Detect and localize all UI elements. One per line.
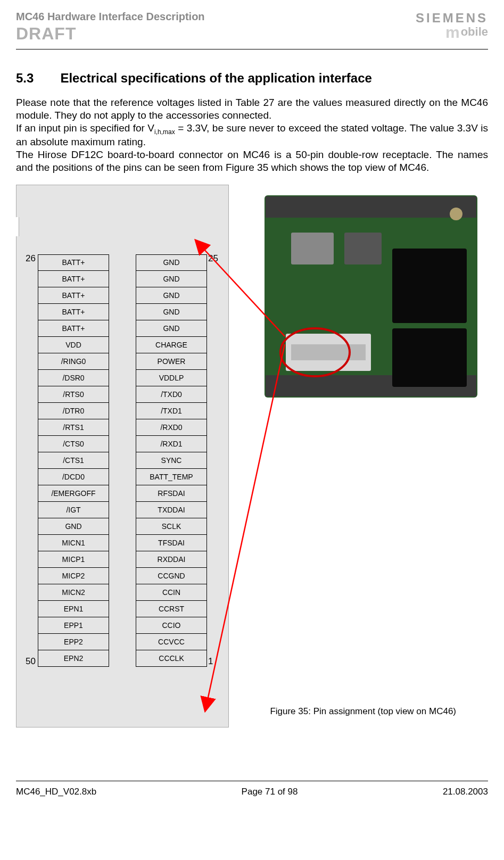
pin-left-7: /DSR0	[38, 370, 109, 386]
pin-right-18: RXDDAI	[136, 551, 207, 568]
pin-diagram: 26 25 50 1 BATT+BATT+BATT+BATT+BATT+VDD/…	[16, 185, 229, 727]
pin-left-0: BATT+	[38, 254, 109, 271]
svg-point-9	[450, 208, 462, 220]
pin-left-4: BATT+	[38, 320, 109, 337]
footer-left: MC46_HD_V02.8xb	[16, 787, 96, 797]
svg-rect-6	[291, 344, 366, 360]
pin-right-14: RFSDAI	[136, 485, 207, 502]
body-paragraph: Please note that the reference voltages …	[16, 96, 488, 174]
pin-right-4: GND	[136, 320, 207, 337]
pin-left-18: MICP1	[38, 551, 109, 568]
pin-left-12: /CTS1	[38, 452, 109, 469]
pin-right-23: CCVCC	[136, 634, 207, 650]
pin-column-left: BATT+BATT+BATT+BATT+BATT+VDD/RING0/DSR0/…	[38, 254, 109, 667]
page-header: MC46 Hardware Interface Description DRAF…	[16, 0, 488, 49]
pin-right-2: GND	[136, 287, 207, 304]
pin-right-9: /TXD1	[136, 403, 207, 419]
pin-right-11: /RXD1	[136, 436, 207, 452]
pin-right-17: TFSDAI	[136, 535, 207, 551]
footer-center: Page 71 of 98	[242, 787, 298, 797]
pin-left-14: /EMERGOFF	[38, 485, 109, 502]
pin-left-17: MICN1	[38, 535, 109, 551]
svg-rect-4	[392, 328, 467, 387]
draft-label: DRAFT	[16, 24, 205, 44]
pin-left-20: MICN2	[38, 584, 109, 601]
pin-left-16: GND	[38, 518, 109, 535]
pin-right-15: TXDDAI	[136, 502, 207, 518]
pcb-photo	[254, 185, 488, 408]
pin-right-10: /RXD0	[136, 419, 207, 436]
pin-right-20: CCIN	[136, 584, 207, 601]
pin-columns: BATT+BATT+BATT+BATT+BATT+VDD/RING0/DSR0/…	[38, 254, 207, 667]
pin-right-3: GND	[136, 304, 207, 320]
mobile-suffix: obile	[461, 25, 488, 38]
pin-right-22: CCIO	[136, 617, 207, 634]
svg-rect-8	[344, 233, 382, 264]
pin-right-5: CHARGE	[136, 337, 207, 353]
pin-right-24: CCCLK	[136, 650, 207, 667]
content-area: 26 25 50 1 BATT+BATT+BATT+BATT+BATT+VDD/…	[16, 185, 488, 759]
brand-logo: SIEMENS mobile	[416, 11, 488, 42]
pin-right-13: BATT_TEMP	[136, 469, 207, 485]
pin-right-1: GND	[136, 271, 207, 287]
pin-left-11: /CTS0	[38, 436, 109, 452]
section-heading: 5.3 Electrical specifications of the app…	[16, 71, 488, 86]
pin-left-8: /RTS0	[38, 386, 109, 403]
pin-left-10: /RTS1	[38, 419, 109, 436]
figure-caption: Figure 35: Pin assignment (top view on M…	[270, 706, 456, 717]
pcb-notch	[15, 217, 19, 236]
pin-left-2: BATT+	[38, 287, 109, 304]
footer-right: 21.08.2003	[443, 787, 488, 797]
pin-left-19: MICP2	[38, 568, 109, 584]
pin-num-26: 26	[26, 253, 36, 264]
mobile-m-icon: m	[445, 23, 460, 41]
section-number: 5.3	[16, 71, 34, 86]
para-1b-sub: i,h,max	[154, 128, 175, 135]
pin-right-19: CCGND	[136, 568, 207, 584]
pin-right-16: SCLK	[136, 518, 207, 535]
header-divider	[16, 49, 488, 49]
pin-left-1: BATT+	[38, 271, 109, 287]
pin-right-12: SYNC	[136, 452, 207, 469]
pin-num-50: 50	[26, 656, 36, 667]
svg-rect-3	[392, 249, 467, 323]
doc-title: MC46 Hardware Interface Description	[16, 11, 205, 23]
para-1a: Please note that the reference voltages …	[16, 97, 488, 121]
para-1c: The Hirose DF12C board-to-board connecto…	[16, 149, 488, 173]
mobile-text: mobile	[416, 23, 488, 42]
pin-num-1: 1	[208, 656, 213, 667]
pin-left-24: EPN2	[38, 650, 109, 667]
header-left: MC46 Hardware Interface Description DRAF…	[16, 11, 205, 44]
pin-left-15: /IGT	[38, 502, 109, 518]
pin-right-7: VDDLP	[136, 370, 207, 386]
pin-right-6: POWER	[136, 353, 207, 370]
pin-left-5: VDD	[38, 337, 109, 353]
para-1b-pre: If an input pin is specified for V	[16, 122, 154, 134]
pin-right-0: GND	[136, 254, 207, 271]
pin-right-8: /TXD0	[136, 386, 207, 403]
pin-column-right: GNDGNDGNDGNDGNDCHARGEPOWERVDDLP/TXD0/TXD…	[136, 254, 207, 667]
pin-left-9: /DTR0	[38, 403, 109, 419]
svg-rect-7	[291, 233, 334, 264]
section-title: Electrical specifications of the applica…	[60, 71, 372, 86]
page-footer: MC46_HD_V02.8xb Page 71 of 98 21.08.2003	[16, 781, 488, 808]
pin-left-23: EPP2	[38, 634, 109, 650]
pin-left-13: /DCD0	[38, 469, 109, 485]
pin-left-3: BATT+	[38, 304, 109, 320]
svg-rect-1	[266, 196, 476, 218]
pin-left-22: EPP1	[38, 617, 109, 634]
pin-right-21: CCRST	[136, 601, 207, 617]
pin-num-25: 25	[208, 253, 218, 264]
pin-left-21: EPN1	[38, 601, 109, 617]
pin-left-6: /RING0	[38, 353, 109, 370]
